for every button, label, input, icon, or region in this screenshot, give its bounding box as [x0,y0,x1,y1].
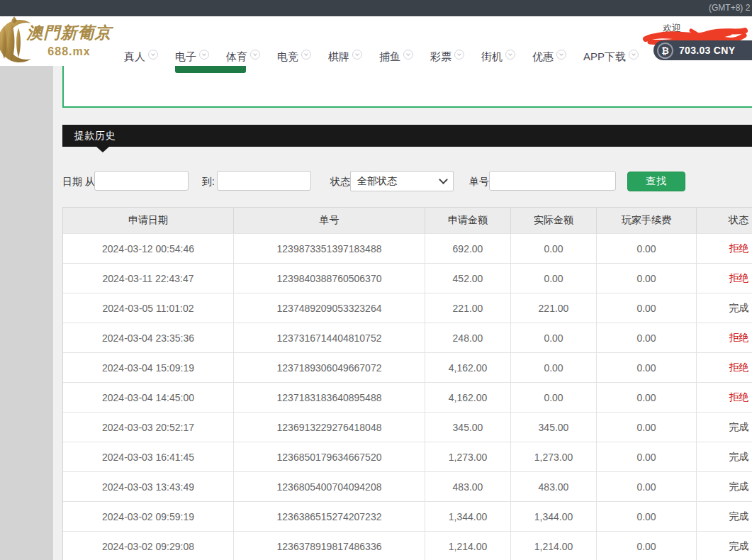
status-select[interactable]: 全部状态 [350,171,454,191]
cell-status: 完成 [697,531,752,560]
cell-player-fee: 0.00 [597,412,697,442]
cell-actual-amount: 0.00 [511,352,597,382]
cell-actual-amount: 0.00 [511,233,597,263]
table-row: 2024-03-02 09:59:1912363865152742072321,… [63,501,752,531]
cell-order-number: 1236378919817486336 [234,531,425,560]
table-header-row: 申请日期单号申请金额实际金额玩家手续费状态 [63,208,752,233]
cell-order-number: 1239840388760506370 [234,263,425,293]
table-header-cell: 玩家手续费 [597,208,697,233]
cell-request-amount: 4,162.00 [425,352,511,382]
nav-item[interactable]: 优惠 [532,50,566,64]
cell-status: 拒绝 [697,382,752,412]
cell-date: 2024-03-02 09:59:19 [63,501,234,531]
cell-request-amount: 221.00 [425,293,511,323]
cell-status: 完成 [697,412,752,442]
cell-actual-amount: 0.00 [511,323,597,352]
cell-date: 2024-03-03 16:41:45 [63,442,234,471]
cell-player-fee: 0.00 [597,352,697,382]
nav-dropdown-icon [556,50,566,60]
panel-arrow [96,147,109,152]
panel-header: 提款历史 [62,125,752,147]
cell-actual-amount: 0.00 [511,382,597,412]
nav-item[interactable]: 捕鱼 [379,50,413,64]
cell-actual-amount: 0.00 [511,263,597,293]
nav-dropdown-icon [454,50,464,60]
cell-player-fee: 0.00 [597,382,697,412]
nav-item[interactable]: 棋牌 [328,50,362,64]
search-button[interactable]: 查找 [627,172,685,191]
promo-box [62,66,752,108]
cell-actual-amount: 1,273.00 [511,442,597,471]
cell-status: 拒绝 [697,233,752,263]
nav-dropdown-icon [148,50,158,60]
logo-title: 澳門新葡京 [21,22,117,44]
nav-item-label: 体育 [226,50,247,64]
promo-button[interactable] [175,66,246,73]
cell-player-fee: 0.00 [597,293,697,323]
nav-dropdown-icon [403,50,413,60]
cell-status: 完成 [697,501,752,531]
table-row: 2024-03-04 14:45:0012371831836408954884,… [63,382,752,412]
table-row: 2024-03-04 23:35:36123731671440481075224… [63,323,752,352]
cell-status: 完成 [697,471,752,501]
table-row: 2024-03-04 15:09:1912371893060496670724,… [63,352,752,382]
date-from-label: 日期 从: [62,176,98,189]
cell-request-amount: 1,344.00 [425,501,511,531]
withdrawal-table: 申请日期单号申请金额实际金额玩家手续费状态2024-03-12 00:54:46… [62,207,752,560]
cell-date: 2024-03-04 23:35:36 [63,323,234,352]
nav-item[interactable]: 街机 [481,50,515,64]
cell-date: 2024-03-04 15:09:19 [63,352,234,382]
cell-order-number: 1237183183640895488 [234,382,425,412]
nav-dropdown-icon [199,50,209,60]
chevron-down-icon [439,175,448,184]
cell-order-number: 1236386515274207232 [234,501,425,531]
nav-item[interactable]: 彩票 [430,50,464,64]
page: (GMT+8) 2 澳門新葡京 688.mx 真人电子体育电竞棋牌捕鱼彩票街机优… [0,0,752,560]
order-input[interactable] [489,171,616,191]
cell-request-amount: 248.00 [425,323,511,352]
cell-date: 2024-03-02 09:29:08 [63,531,234,560]
nav-item-label: 优惠 [532,50,554,64]
nav-item[interactable]: 体育 [226,50,260,64]
cell-actual-amount: 1,344.00 [511,501,597,531]
nav-item[interactable]: APP下载 [583,50,639,64]
date-to-input[interactable] [217,171,311,191]
cell-status: 完成 [697,293,752,323]
cell-order-number: 1236850179634667520 [234,442,425,471]
table-header-cell: 申请金额 [425,208,511,233]
cell-order-number: 1239873351397183488 [234,233,425,263]
bitcoin-icon: ₿ [657,43,673,59]
cell-date: 2024-03-11 22:43:47 [63,263,234,293]
nav-item-label: 街机 [481,50,503,64]
nav-item-label: 捕鱼 [379,50,400,64]
table-row: 2024-03-03 13:43:49123680540070409420848… [63,471,752,501]
nav-item-label: 棋牌 [328,50,349,64]
cell-order-number: 1236805400704094208 [234,471,425,501]
cell-player-fee: 0.00 [597,263,697,293]
site-logo[interactable]: 澳門新葡京 688.mx [21,22,117,58]
cell-status: 完成 [697,442,752,471]
cell-order-number: 1237189306049667072 [234,352,425,382]
table-row: 2024-03-12 00:54:46123987335139718348869… [63,233,752,263]
timezone-label: (GMT+8) 2 [709,3,750,13]
nav-item[interactable]: 电子 [175,50,209,64]
site-header: 澳門新葡京 688.mx 真人电子体育电竞棋牌捕鱼彩票街机优惠APP下载 欢迎 … [0,16,752,66]
cell-request-amount: 692.00 [425,233,511,263]
table-row: 2024-03-03 16:41:4512368501796346675201,… [63,442,752,471]
table-row: 2024-03-02 09:29:0812363789198174863361,… [63,531,752,560]
table-header-cell: 单号 [234,208,425,233]
cell-player-fee: 0.00 [597,233,697,263]
cell-order-number: 1236913229276418048 [234,412,425,442]
nav-dropdown-icon [352,50,362,60]
cell-actual-amount: 345.00 [511,412,597,442]
nav-item[interactable]: 电竞 [277,50,311,64]
balance-pill[interactable]: ₿ 703.03 CNY [653,40,752,60]
balance-amount: 703.03 CNY [679,45,735,56]
cell-order-number: 1237316714404810752 [234,323,425,352]
nav-dropdown-icon [250,50,260,60]
topbar: (GMT+8) 2 [0,0,752,16]
date-from-input[interactable] [94,171,189,191]
cell-date: 2024-03-04 14:45:00 [63,382,234,412]
cell-request-amount: 345.00 [425,412,511,442]
nav-item[interactable]: 真人 [124,50,158,64]
